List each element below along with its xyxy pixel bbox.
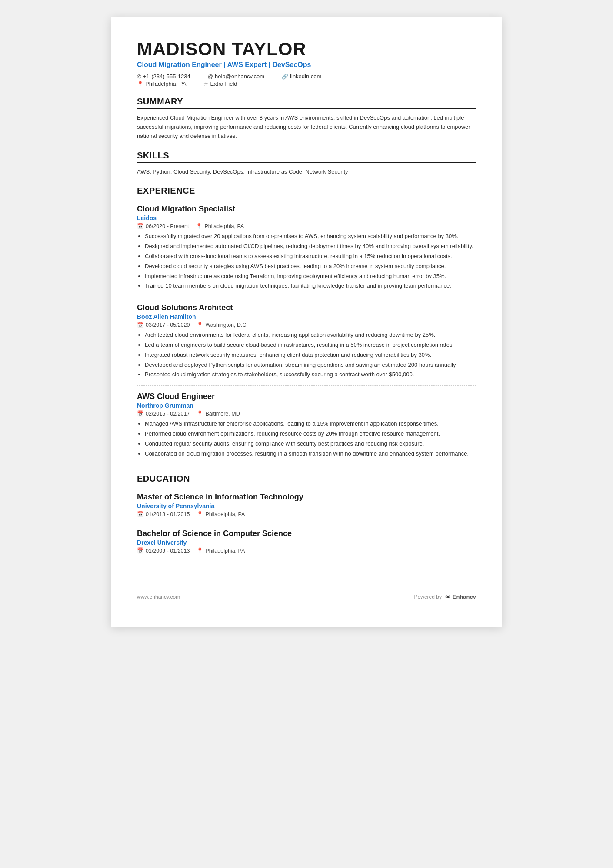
job-title-1: Cloud Migration Specialist — [137, 204, 476, 214]
enhancv-logo: ∞ Enhancv — [445, 592, 476, 601]
job-meta-1: 📅 06/2020 - Present 📍 Philadelphia, PA — [137, 223, 476, 229]
phone-number: +1-(234)-555-1234 — [143, 73, 190, 80]
job-block-1: Cloud Migration Specialist Leidos 📅 06/2… — [137, 204, 476, 297]
email-address: help@enhancv.com — [215, 73, 264, 80]
skills-section: SKILLS AWS, Python, Cloud Security, DevS… — [137, 151, 476, 177]
linkedin-url: linkedin.com — [290, 73, 321, 80]
edu-dates-1: 📅 01/2013 - 01/2015 — [137, 511, 190, 517]
link-icon: 🔗 — [282, 74, 288, 80]
job-meta-2: 📅 03/2017 - 05/2020 📍 Washington, D.C. — [137, 322, 476, 328]
page-footer: www.enhancv.com Powered by ∞ Enhancv — [137, 585, 476, 601]
edu-meta-2: 📅 01/2009 - 01/2013 📍 Philadelphia, PA — [137, 547, 476, 554]
phone-icon: ✆ — [137, 74, 141, 80]
job-dates-1: 📅 06/2020 - Present — [137, 223, 189, 229]
email-contact: @ help@enhancv.com — [208, 73, 264, 80]
job-bullets-2: Architected cloud environments for feder… — [137, 331, 476, 379]
candidate-name: MADISON TAYLOR — [137, 39, 476, 59]
institution-2: Drexel University — [137, 539, 476, 546]
bullet-3-2: Performed cloud environment optimization… — [145, 429, 476, 439]
edu-block-1: Master of Science in Information Technol… — [137, 493, 476, 523]
job-title-2: Cloud Solutions Architect — [137, 303, 476, 312]
edu-location-2: 📍 Philadelphia, PA — [197, 547, 245, 554]
bullet-1-2: Designed and implemented automated CI/CD… — [145, 242, 476, 251]
job-dates-3: 📅 02/2015 - 02/2017 — [137, 410, 190, 417]
job-dates-2: 📅 03/2017 - 05/2020 — [137, 322, 190, 328]
location-icon-1: 📍 — [196, 223, 203, 229]
footer-brand: Powered by ∞ Enhancv — [414, 592, 476, 601]
location-icon: 📍 — [137, 81, 143, 87]
bullet-2-1: Architected cloud environments for feder… — [145, 331, 476, 340]
company-name-1: Leidos — [137, 214, 476, 221]
bullet-2-2: Led a team of engineers to build secure … — [145, 341, 476, 350]
extra-contact: ☆ Extra Field — [203, 80, 237, 87]
edu-meta-1: 📅 01/2013 - 01/2015 📍 Philadelphia, PA — [137, 511, 476, 517]
edu-location-1: 📍 Philadelphia, PA — [197, 511, 245, 517]
skills-title: SKILLS — [137, 151, 476, 163]
logo-icon: ∞ — [445, 592, 451, 601]
linkedin-contact: 🔗 linkedin.com — [282, 73, 321, 80]
bullet-2-3: Integrated robust network security measu… — [145, 351, 476, 360]
summary-section: SUMMARY Experienced Cloud Migration Engi… — [137, 97, 476, 141]
bullet-3-1: Managed AWS infrastructure for enterpris… — [145, 419, 476, 429]
experience-title: EXPERIENCE — [137, 186, 476, 198]
phone-contact: ✆ +1-(234)-555-1234 — [137, 73, 190, 80]
job-meta-3: 📅 02/2015 - 02/2017 📍 Baltimore, MD — [137, 410, 476, 417]
edu-calendar-icon-2: 📅 — [137, 547, 144, 554]
edu-location-icon-2: 📍 — [197, 547, 203, 554]
edu-block-2: Bachelor of Science in Computer Science … — [137, 529, 476, 559]
footer-website: www.enhancv.com — [137, 594, 180, 600]
bullet-1-6: Trained 10 team members on cloud migrati… — [145, 282, 476, 291]
extra-field-text: Extra Field — [210, 80, 237, 87]
location-icon-2: 📍 — [197, 322, 203, 328]
experience-section: EXPERIENCE Cloud Migration Specialist Le… — [137, 186, 476, 464]
job-block-3: AWS Cloud Engineer Northrop Grumman 📅 02… — [137, 392, 476, 464]
candidate-title: Cloud Migration Engineer | AWS Expert | … — [137, 61, 476, 69]
bullet-1-4: Developed cloud security strategies usin… — [145, 262, 476, 271]
job-bullets-1: Successfully migrated over 20 applicatio… — [137, 232, 476, 291]
skills-text: AWS, Python, Cloud Security, DevSecOps, … — [137, 168, 476, 177]
job-location-2: 📍 Washington, D.C. — [197, 322, 248, 328]
header: MADISON TAYLOR Cloud Migration Engineer … — [137, 39, 476, 87]
resume-page: MADISON TAYLOR Cloud Migration Engineer … — [111, 17, 502, 627]
education-section: EDUCATION Master of Science in Informati… — [137, 474, 476, 559]
bullet-1-3: Collaborated with cross-functional teams… — [145, 252, 476, 261]
education-title: EDUCATION — [137, 474, 476, 486]
location-contact: 📍 Philadelphia, PA — [137, 80, 186, 87]
bullet-3-4: Collaborated on cloud migration processe… — [145, 449, 476, 459]
bullet-2-5: Presented cloud migration strategies to … — [145, 370, 476, 379]
bullet-3-3: Conducted regular security audits, ensur… — [145, 439, 476, 449]
location-icon-3: 📍 — [197, 410, 203, 417]
bullet-1-1: Successfully migrated over 20 applicatio… — [145, 232, 476, 241]
degree-2: Bachelor of Science in Computer Science — [137, 529, 476, 538]
summary-title: SUMMARY — [137, 97, 476, 109]
edu-dates-2: 📅 01/2009 - 01/2013 — [137, 547, 190, 554]
job-title-3: AWS Cloud Engineer — [137, 392, 476, 401]
location-text: Philadelphia, PA — [145, 80, 186, 87]
calendar-icon-1: 📅 — [137, 223, 144, 229]
job-bullets-3: Managed AWS infrastructure for enterpris… — [137, 419, 476, 458]
bullet-1-5: Implemented infrastructure as code using… — [145, 272, 476, 281]
summary-text: Experienced Cloud Migration Engineer wit… — [137, 114, 476, 141]
star-icon: ☆ — [203, 81, 208, 87]
bullet-2-4: Developed and deployed Python scripts fo… — [145, 361, 476, 370]
company-name-3: Northrop Grumman — [137, 402, 476, 409]
brand-name: Enhancv — [453, 593, 476, 600]
job-block-2: Cloud Solutions Architect Booz Allen Ham… — [137, 303, 476, 386]
job-location-3: 📍 Baltimore, MD — [197, 410, 240, 417]
calendar-icon-3: 📅 — [137, 410, 144, 417]
degree-1: Master of Science in Information Technol… — [137, 493, 476, 502]
institution-1: University of Pennsylvania — [137, 503, 476, 509]
company-name-2: Booz Allen Hamilton — [137, 313, 476, 320]
edu-calendar-icon-1: 📅 — [137, 511, 144, 517]
powered-by-text: Powered by — [414, 594, 442, 600]
email-icon: @ — [208, 74, 213, 80]
job-location-1: 📍 Philadelphia, PA — [196, 223, 244, 229]
calendar-icon-2: 📅 — [137, 322, 144, 328]
edu-location-icon-1: 📍 — [197, 511, 203, 517]
